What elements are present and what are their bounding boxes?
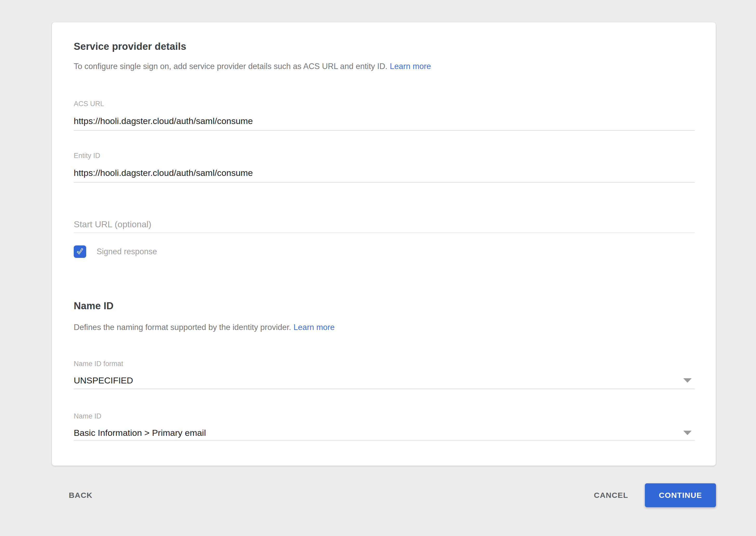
chevron-down-icon bbox=[683, 431, 692, 435]
acs-url-label: ACS URL bbox=[74, 100, 695, 108]
footer-right-group: CANCEL CONTINUE bbox=[594, 483, 716, 507]
signed-response-checkbox[interactable] bbox=[74, 246, 86, 258]
entity-id-field: Entity ID https://hooli.dagster.cloud/au… bbox=[74, 151, 695, 183]
acs-url-field: ACS URL https://hooli.dagster.cloud/auth… bbox=[74, 100, 695, 131]
continue-button[interactable]: CONTINUE bbox=[645, 483, 716, 507]
name-id-format-field: Name ID format UNSPECIFIED bbox=[74, 359, 695, 389]
chevron-down-icon bbox=[683, 378, 692, 383]
wizard-footer: BACK CANCEL CONTINUE bbox=[52, 483, 716, 507]
name-id-field: Name ID Basic Information > Primary emai… bbox=[74, 412, 695, 441]
name-id-underline bbox=[74, 440, 695, 441]
name-id-select[interactable]: Basic Information > Primary email bbox=[74, 427, 695, 438]
section2-description-text: Defines the naming format supported by t… bbox=[74, 323, 291, 332]
checkmark-icon bbox=[75, 247, 85, 256]
acs-url-underline bbox=[74, 130, 695, 131]
entity-id-input[interactable]: https://hooli.dagster.cloud/auth/saml/co… bbox=[74, 168, 695, 178]
learn-more-link[interactable]: Learn more bbox=[390, 62, 431, 71]
start-url-field: Start URL (optional) bbox=[74, 219, 695, 233]
section-title-service-provider-details: Service provider details bbox=[74, 41, 695, 52]
name-id-label: Name ID bbox=[74, 412, 695, 420]
name-id-value: Basic Information > Primary email bbox=[74, 427, 206, 438]
start-url-underline bbox=[74, 232, 695, 233]
signed-response-row: Signed response bbox=[74, 246, 695, 258]
section-title-name-id: Name ID bbox=[74, 300, 695, 312]
name-id-format-value: UNSPECIFIED bbox=[74, 375, 133, 385]
acs-url-input[interactable]: https://hooli.dagster.cloud/auth/saml/co… bbox=[74, 116, 695, 126]
name-id-format-label: Name ID format bbox=[74, 359, 695, 368]
back-button[interactable]: BACK bbox=[69, 491, 92, 500]
name-id-format-select[interactable]: UNSPECIFIED bbox=[74, 375, 695, 385]
service-provider-details-card: Service provider details To configure si… bbox=[52, 22, 716, 466]
learn-more-link-2[interactable]: Learn more bbox=[293, 323, 335, 332]
entity-id-underline bbox=[74, 182, 695, 183]
entity-id-label: Entity ID bbox=[74, 151, 695, 160]
section2-description: Defines the naming format supported by t… bbox=[74, 322, 695, 333]
section-description: To configure single sign on, add service… bbox=[74, 61, 695, 72]
name-id-format-underline bbox=[74, 389, 695, 389]
signed-response-label: Signed response bbox=[96, 247, 157, 256]
cancel-button[interactable]: CANCEL bbox=[594, 491, 628, 500]
start-url-input[interactable]: Start URL (optional) bbox=[74, 219, 695, 229]
section-description-text: To configure single sign on, add service… bbox=[74, 62, 388, 71]
